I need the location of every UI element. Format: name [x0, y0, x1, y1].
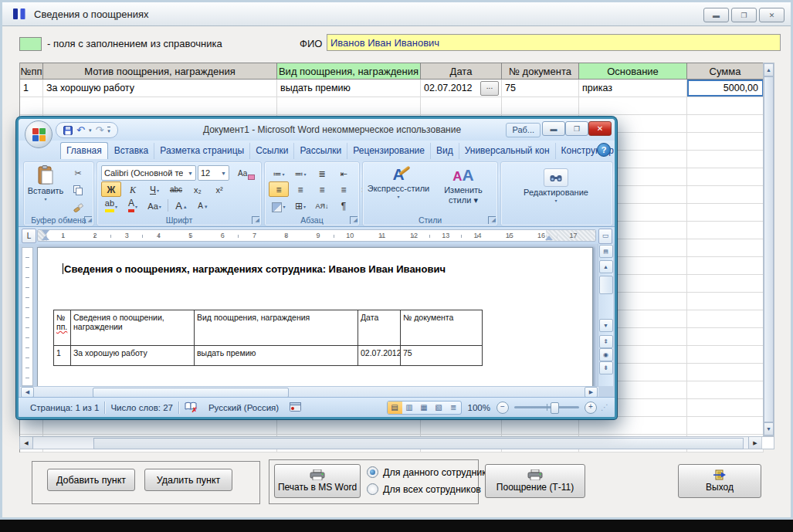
clear-formatting-button[interactable]: Аа [236, 165, 257, 181]
doc-scroll-down-icon[interactable]: ▼ [599, 319, 613, 332]
grid-cell[interactable] [687, 186, 764, 203]
radio-current-employee[interactable]: Для данного сотрудника [367, 466, 492, 478]
draft-view-icon[interactable]: ≣ [446, 402, 461, 414]
ribbon-tab[interactable]: Универсальный кон [459, 143, 556, 159]
sort-button[interactable]: АЯ↓ [312, 198, 332, 213]
table-horizontal-scrollbar[interactable]: ◀ ▶ [19, 436, 774, 449]
grid-cell[interactable] [687, 257, 764, 274]
zoom-slider[interactable] [514, 406, 579, 408]
grid-cell[interactable] [43, 97, 277, 114]
ruler-toggle-button[interactable]: ▭ [598, 229, 612, 244]
doc-scroll-thumb[interactable] [599, 276, 613, 294]
minimize-button[interactable]: ▬ [703, 8, 729, 22]
paste-dropdown-icon[interactable]: ▾ [44, 196, 46, 202]
help-icon[interactable]: ? [597, 143, 611, 157]
bold-button[interactable]: Ж [101, 181, 121, 197]
print-word-button[interactable]: Печать в MS Word [274, 464, 361, 498]
align-center-button[interactable]: ≡ [290, 181, 310, 197]
shading-button[interactable]: ▾ [269, 198, 289, 213]
document-vertical-scrollbar[interactable]: ▤ ▲ ▼ ⇞ ◉ ⇟ [598, 244, 613, 386]
word-maximize-button[interactable]: ❐ [565, 121, 588, 136]
contextual-tab-label[interactable]: Раб... [506, 123, 541, 137]
multilevel-list-button[interactable]: ≣ [312, 165, 332, 181]
zoom-in-icon[interactable]: + [585, 402, 597, 414]
clipboard-dialog-launcher-icon[interactable]: ◢ [84, 216, 92, 224]
styles-dialog-launcher-icon[interactable]: ◢ [488, 216, 496, 224]
editing-button[interactable]: Редактирование ▾ [506, 168, 606, 203]
tab-selector[interactable]: L [22, 229, 36, 243]
align-right-button[interactable]: ≡ [312, 181, 332, 197]
grid-cell[interactable] [687, 133, 764, 150]
spellcheck-icon[interactable]: ✗ [179, 402, 203, 414]
radio-all-employees[interactable]: Для всех сотрудников [367, 483, 481, 495]
change-styles-button[interactable]: АA Изменить стили ▾ [434, 166, 493, 205]
horizontal-scroll-thumb[interactable] [93, 438, 744, 449]
grid-cell[interactable] [277, 97, 421, 114]
fio-input[interactable] [327, 34, 781, 51]
radio-unselected-icon[interactable] [367, 483, 378, 495]
grid-cell[interactable] [687, 97, 764, 114]
word-minimize-button[interactable]: ▬ [542, 121, 565, 136]
vertical-scroll-thumb[interactable] [764, 76, 774, 422]
bullets-button[interactable]: ≔▾ [269, 165, 289, 181]
grid-cell[interactable] [687, 328, 764, 345]
t11-print-button[interactable]: Поощрение (Т-11) [485, 464, 585, 498]
cell-num[interactable]: 1 [20, 80, 43, 97]
grid-cell[interactable] [687, 204, 764, 221]
scroll-left-icon[interactable]: ◀ [20, 437, 33, 449]
vertical-ruler[interactable] [22, 247, 33, 386]
horizontal-ruler[interactable]: 123456789101112131415161718 [37, 229, 596, 242]
paragraph-dialog-launcher-icon[interactable]: ◢ [350, 216, 358, 224]
outline-view-icon[interactable]: ▧ [432, 402, 446, 414]
add-item-button[interactable]: Добавить пункт [47, 469, 135, 491]
change-case-button[interactable]: Аа▾ [144, 198, 164, 213]
font-size-select[interactable]: 12▼ [198, 165, 229, 181]
doc-scroll-right-icon[interactable]: ▶ [585, 387, 598, 398]
grid-cell[interactable] [20, 417, 43, 434]
date-picker-button[interactable]: ... [480, 81, 499, 96]
ribbon-tab[interactable]: Главная [60, 142, 108, 159]
grid-cell[interactable] [687, 293, 764, 310]
grid-cell[interactable] [687, 417, 764, 434]
ribbon-tab[interactable]: Вид [431, 143, 459, 159]
close-button[interactable]: ✕ [759, 8, 785, 22]
undo-dropdown-icon[interactable]: ▾ [89, 127, 92, 134]
fullscreen-view-icon[interactable]: ▥ [402, 402, 417, 414]
zoom-slider-thumb[interactable] [551, 402, 559, 414]
font-color-button[interactable]: А▾ [123, 198, 143, 213]
undo-icon[interactable]: ↶ [76, 124, 85, 137]
grid-cell[interactable] [687, 239, 764, 256]
zoom-out-icon[interactable]: − [496, 402, 509, 414]
table-row-empty[interactable] [20, 97, 764, 115]
first-line-indent-marker[interactable] [42, 230, 49, 235]
superscript-button[interactable]: x² [209, 181, 229, 197]
grid-cell[interactable] [277, 417, 421, 434]
grid-cell[interactable] [421, 417, 502, 434]
font-dialog-launcher-icon[interactable]: ◢ [252, 216, 259, 224]
decrease-indent-button[interactable]: ⇤ [334, 165, 354, 181]
zoom-level[interactable]: 100% [462, 403, 496, 412]
next-page-icon[interactable]: ⇟ [599, 361, 613, 374]
redo-icon[interactable]: ↷ [95, 124, 103, 137]
ribbon-tab[interactable]: Вставка [109, 143, 155, 159]
grid-cell[interactable] [687, 275, 764, 292]
grid-cell[interactable] [43, 417, 277, 434]
doc-scroll-up-icon[interactable]: ▲ [599, 260, 613, 273]
ribbon-tab[interactable]: Рассылки [294, 143, 347, 159]
cut-icon[interactable]: ✂ [67, 166, 89, 181]
justify-button[interactable]: ≡ [334, 181, 354, 197]
cell-amount-selected[interactable]: 5000,00 [687, 80, 764, 97]
exit-button[interactable]: Выход [678, 464, 761, 498]
ruler-show-hide-icon[interactable]: ▤ [599, 245, 613, 258]
strikethrough-button[interactable]: abc [166, 181, 186, 197]
language-indicator[interactable]: Русский (Россия) [203, 403, 284, 412]
grid-cell[interactable] [687, 151, 764, 168]
grid-cell[interactable] [421, 97, 502, 114]
grid-cell[interactable] [579, 417, 687, 434]
right-indent-marker[interactable] [545, 236, 553, 240]
grid-cell[interactable] [687, 222, 764, 239]
previous-page-icon[interactable]: ⇞ [599, 335, 613, 348]
copy-icon[interactable] [67, 183, 89, 198]
table-row[interactable]: 1 За хорошую работу выдать премию 02.07.… [20, 80, 764, 97]
table-row-empty[interactable] [20, 417, 764, 435]
